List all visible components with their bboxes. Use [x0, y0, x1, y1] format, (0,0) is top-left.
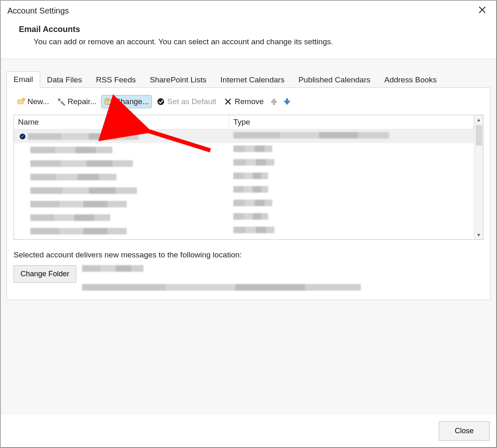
- close-button[interactable]: Close: [439, 421, 490, 441]
- scrollbar[interactable]: ▲ ▼: [474, 115, 483, 239]
- delivery-text: Selected account delivers new messages t…: [14, 250, 483, 259]
- change-label: Change...: [115, 97, 149, 106]
- svg-point-2: [61, 101, 63, 104]
- arrow-down-icon: [283, 97, 292, 106]
- header-title: Email Accounts: [19, 25, 478, 34]
- table-row[interactable]: [14, 238, 474, 239]
- arrow-up-icon: [269, 97, 278, 106]
- default-check-icon: [20, 134, 25, 139]
- accounts-table: Name Type: [14, 115, 483, 240]
- remove-x-icon: [223, 97, 233, 106]
- change-folder-icon: [104, 97, 113, 106]
- close-icon[interactable]: [475, 4, 490, 17]
- svg-point-6: [157, 98, 164, 105]
- change-folder-button[interactable]: Change Folder: [14, 265, 76, 283]
- delivery-row: Change Folder: [14, 265, 483, 292]
- set-default-label: Set as Default: [167, 97, 216, 106]
- window-title: Account Settings: [7, 6, 69, 16]
- table-header: Name Type: [14, 115, 474, 130]
- svg-point-1: [22, 98, 25, 101]
- column-name[interactable]: Name: [14, 115, 229, 130]
- table-rows: [14, 130, 474, 239]
- table-row[interactable]: [14, 224, 474, 238]
- repair-button[interactable]: Repair...: [54, 95, 100, 108]
- scroll-up-icon[interactable]: ▲: [476, 115, 482, 124]
- title-bar: Account Settings: [1, 1, 496, 17]
- envelope-new-icon: [16, 97, 25, 106]
- move-down-button[interactable]: [281, 95, 293, 108]
- repair-label: Repair...: [68, 97, 97, 106]
- body-area: Email Data Files RSS Feeds SharePoint Li…: [1, 59, 496, 415]
- remove-label: Remove: [235, 97, 264, 106]
- email-panel: New... Repair... Change...: [7, 87, 490, 300]
- column-type[interactable]: Type: [229, 115, 474, 130]
- set-default-button[interactable]: Set as Default: [153, 95, 219, 108]
- svg-rect-5: [108, 101, 112, 104]
- tab-strip: Email Data Files RSS Feeds SharePoint Li…: [7, 71, 490, 88]
- remove-button[interactable]: Remove: [221, 95, 267, 108]
- scroll-thumb[interactable]: [476, 125, 482, 146]
- move-up-button[interactable]: [268, 95, 280, 108]
- tab-email[interactable]: Email: [7, 71, 40, 88]
- delivery-target: [82, 265, 361, 292]
- table-row[interactable]: [14, 130, 474, 143]
- new-label: New...: [27, 97, 49, 106]
- tab-published-calendars[interactable]: Published Calendars: [292, 72, 377, 88]
- new-button[interactable]: New...: [14, 95, 52, 108]
- check-circle-icon: [156, 97, 165, 106]
- table-row[interactable]: [14, 197, 474, 211]
- header-description: You can add or remove an account. You ca…: [34, 37, 478, 46]
- svg-rect-4: [105, 98, 108, 100]
- tab-address-books[interactable]: Address Books: [377, 72, 444, 88]
- toolbar: New... Repair... Change...: [14, 95, 483, 108]
- table-row[interactable]: [14, 170, 474, 184]
- tab-data-files[interactable]: Data Files: [40, 72, 89, 88]
- header-block: Email Accounts You can add or remove an …: [1, 17, 496, 59]
- scroll-down-icon[interactable]: ▼: [474, 230, 483, 239]
- tab-rss-feeds[interactable]: RSS Feeds: [89, 72, 143, 88]
- tools-icon: [57, 97, 66, 106]
- footer: Close: [1, 415, 496, 447]
- table-row[interactable]: [14, 143, 474, 157]
- table-row[interactable]: [14, 157, 474, 170]
- table-row[interactable]: [14, 211, 474, 224]
- table-row[interactable]: [14, 184, 474, 197]
- tab-internet-calendars[interactable]: Internet Calendars: [214, 72, 292, 88]
- account-settings-window: Account Settings Email Accounts You can …: [0, 0, 497, 448]
- tab-sharepoint-lists[interactable]: SharePoint Lists: [143, 72, 213, 88]
- change-button[interactable]: Change...: [101, 95, 152, 108]
